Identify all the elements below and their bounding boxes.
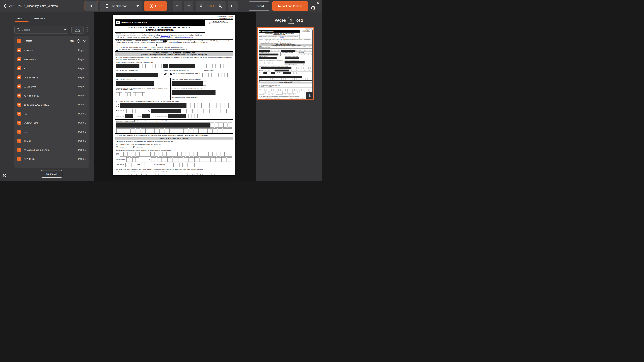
- search-dropdown-caret[interactable]: [64, 29, 66, 30]
- page-thumbnail[interactable]: Respondent Burden: 25 minutes Expiration…: [257, 27, 314, 99]
- delete-results-icon[interactable]: [77, 39, 80, 43]
- text-selection-tool-button[interactable]: Text Selection: [100, 1, 133, 11]
- redo-button[interactable]: [184, 1, 193, 11]
- collapse-sidebar-icon[interactable]: [2, 173, 7, 178]
- search-result-row[interactable]: PA Page 1: [14, 109, 89, 118]
- redaction-box[interactable]: [259, 57, 277, 59]
- result-checkbox[interactable]: [17, 130, 21, 134]
- zoom-level[interactable]: 100%: [207, 4, 214, 8]
- redaction-box[interactable]: [284, 61, 304, 63]
- search-result-row[interactable]: HAROLD Page 1: [14, 46, 89, 55]
- current-page-input[interactable]: 1: [288, 17, 294, 24]
- result-checkbox[interactable]: [17, 157, 21, 161]
- ocr-button[interactable]: OCR: [144, 1, 167, 11]
- result-checkbox[interactable]: [17, 57, 21, 61]
- redaction-box[interactable]: [259, 53, 278, 55]
- redaction-box[interactable]: [116, 73, 158, 77]
- search-result-row[interactable]: US Page 1: [14, 127, 89, 136]
- redaction-box[interactable]: [125, 114, 133, 118]
- standard-claim-checkbox[interactable]: [156, 44, 158, 46]
- result-checkbox[interactable]: [17, 84, 21, 88]
- collapse-results-icon[interactable]: [82, 40, 86, 42]
- redaction-box[interactable]: [116, 64, 139, 68]
- claim-no-checkbox[interactable]: [284, 54, 285, 54]
- fit-width-button[interactable]: [228, 1, 238, 11]
- standard-claim-checkbox[interactable]: [278, 41, 278, 41]
- bdd-checkbox[interactable]: [116, 49, 118, 51]
- redaction-box[interactable]: [172, 81, 202, 86]
- discard-button[interactable]: Discard: [249, 1, 269, 11]
- redaction-box[interactable]: [259, 76, 302, 78]
- search-result-row[interactable]: 352-45-67 Page 1: [14, 154, 89, 163]
- back-icon[interactable]: [2, 3, 8, 8]
- delete-all-button[interactable]: Delete All: [41, 170, 62, 178]
- text-selection-dropdown[interactable]: [133, 1, 142, 11]
- tab-selections[interactable]: Selections: [34, 17, 46, 20]
- redact-and-publish-button[interactable]: Redact and Publish: [272, 1, 308, 11]
- search-result-row[interactable]: WHITMAN Page 1: [14, 55, 89, 64]
- va-employee-checkbox[interactable]: [116, 134, 118, 136]
- search-result-row[interactable]: SCRANTON Page 1: [14, 118, 89, 127]
- ides-checkbox[interactable]: [259, 42, 260, 42]
- temporary-checkbox[interactable]: [259, 86, 260, 87]
- cursor-tool-button[interactable]: [84, 1, 98, 11]
- va-gov-link[interactable]: www.va.gov: [160, 37, 166, 38]
- ask-va-link[interactable]: https://ask.va.gov: [161, 35, 170, 36]
- redaction-box[interactable]: [271, 72, 275, 74]
- results-select-all-checkbox[interactable]: [17, 39, 21, 43]
- redaction-box[interactable]: [116, 81, 154, 86]
- undo-button[interactable]: [172, 1, 182, 11]
- match-word-button[interactable]: ab: [72, 26, 84, 33]
- redaction-box[interactable]: [261, 67, 291, 69]
- email-agree-checkbox[interactable]: [268, 75, 268, 75]
- search-result-row[interactable]: 717-555-1427 Page 1: [14, 91, 89, 100]
- redaction-box[interactable]: [263, 72, 267, 74]
- claim-no-checkbox[interactable]: [170, 73, 172, 75]
- fdc-checkbox[interactable]: [259, 41, 260, 41]
- document-page[interactable]: Respondent Burden: 25 minutes Expiration…: [113, 15, 235, 175]
- email-agree-checkbox[interactable]: [134, 120, 136, 122]
- search-result-row[interactable]: 18503 Page 1: [14, 136, 89, 145]
- redaction-box[interactable]: [120, 103, 186, 108]
- zoom-out-icon[interactable]: [200, 4, 204, 8]
- bdd-checkbox[interactable]: [259, 43, 260, 43]
- redaction-box[interactable]: [275, 69, 289, 71]
- search-input[interactable]: [22, 28, 62, 31]
- result-checkbox[interactable]: [17, 93, 21, 97]
- va-gov-link[interactable]: www.va.gov: [279, 37, 282, 38]
- claim-yes-checkbox[interactable]: [281, 54, 282, 54]
- redaction-box[interactable]: [163, 64, 168, 68]
- redaction-box[interactable]: [151, 109, 181, 113]
- redaction-box[interactable]: [172, 90, 216, 95]
- search-result-row[interactable]: E Page 1: [14, 64, 89, 73]
- redaction-box[interactable]: [116, 122, 210, 128]
- settings-gear-icon[interactable]: ⚙⚙: [310, 2, 319, 10]
- search-result-row[interactable]: harold.e75@gmail.com Page 1: [14, 145, 89, 154]
- result-checkbox[interactable]: [17, 48, 21, 52]
- result-checkbox[interactable]: [17, 103, 21, 107]
- search-options-kebab-icon[interactable]: [86, 27, 88, 32]
- search-result-row[interactable]: 1847 WILLOW STREET Page 1: [14, 100, 89, 109]
- va-forms-link[interactable]: www.va.gov/vaforms: [181, 37, 193, 38]
- temporary-checkbox[interactable]: [116, 146, 118, 148]
- claim-yes-checkbox[interactable]: [164, 73, 166, 75]
- tab-search[interactable]: Search: [16, 17, 24, 20]
- va-employee-checkbox[interactable]: [259, 81, 260, 82]
- ask-va-link[interactable]: https://ask.va.gov: [280, 37, 284, 37]
- result-checkbox[interactable]: [17, 112, 21, 116]
- document-page[interactable]: Respondent Burden: 25 minutes Expiration…: [258, 28, 314, 99]
- redaction-box[interactable]: [168, 114, 186, 118]
- redaction-box[interactable]: [284, 57, 299, 59]
- zoom-in-icon[interactable]: [218, 4, 222, 8]
- search-result-row[interactable]: 02-21-1975 Page 1: [14, 82, 89, 91]
- permanent-checkbox[interactable]: [134, 146, 135, 148]
- result-checkbox[interactable]: [17, 139, 21, 143]
- redaction-box[interactable]: [169, 64, 196, 68]
- redaction-box[interactable]: [142, 114, 150, 118]
- redaction-box[interactable]: [283, 72, 291, 74]
- redaction-box[interactable]: [280, 50, 283, 52]
- redaction-box[interactable]: [259, 50, 270, 52]
- result-checkbox[interactable]: [17, 66, 21, 70]
- redaction-box[interactable]: [283, 50, 295, 52]
- result-checkbox[interactable]: [17, 121, 21, 125]
